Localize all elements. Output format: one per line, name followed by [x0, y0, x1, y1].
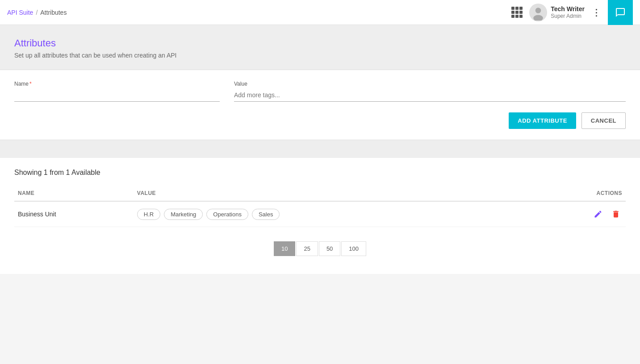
tag: H.R [137, 209, 160, 220]
col-header-actions: ACTIONS [527, 186, 626, 201]
chat-icon [615, 7, 626, 18]
user-info: Tech Writer Super Admin [551, 5, 585, 20]
pagination: 102550100 [14, 241, 626, 256]
edit-icon [594, 210, 602, 219]
page-title: Attributes [14, 37, 626, 49]
page-size-button-50[interactable]: 50 [319, 241, 340, 256]
svg-point-1 [535, 8, 541, 13]
table-header: NAME VALUE ACTIONS [14, 186, 626, 201]
edit-button[interactable] [592, 208, 604, 220]
delete-button[interactable] [610, 208, 622, 220]
cell-value: H.RMarketingOperationsSales [134, 201, 527, 227]
col-header-value: VALUE [134, 186, 527, 201]
attributes-table: NAME VALUE ACTIONS Business UnitH.RMarke… [14, 186, 626, 227]
user-role: Super Admin [551, 13, 585, 20]
apps-menu-button[interactable] [508, 4, 526, 21]
page-size-button-10[interactable]: 10 [274, 241, 295, 256]
cancel-button[interactable]: CANCEL [581, 112, 626, 129]
cell-actions [527, 201, 626, 227]
value-label: Value [234, 81, 626, 87]
apps-grid-icon [511, 7, 523, 18]
top-navigation: API Suite / Attributes Tech Writer Super… [0, 0, 640, 25]
name-label: Name* [14, 81, 220, 87]
showing-count: Showing 1 from 1 Available [14, 169, 626, 177]
more-options-button[interactable]: ⋮ [588, 4, 604, 21]
attributes-table-section: Showing 1 from 1 Available NAME VALUE AC… [0, 158, 640, 274]
breadcrumb-current: Attributes [40, 9, 67, 16]
page-header: Attributes Set up all attributes that ca… [0, 25, 640, 70]
chat-button[interactable] [608, 0, 633, 25]
tag: Operations [206, 209, 248, 220]
table-body: Business UnitH.RMarketingOperationsSales [14, 201, 626, 227]
tag: Sales [252, 209, 280, 220]
section-divider [0, 140, 640, 158]
name-input[interactable] [14, 89, 220, 102]
page-subtitle: Set up all attributes that can be used w… [14, 52, 626, 59]
tags-container: H.RMarketingOperationsSales [137, 209, 524, 220]
name-field-group: Name* [14, 81, 220, 102]
add-attribute-form: Name* Value ADD ATTRIBUTE CANCEL [0, 70, 640, 140]
breadcrumb-separator: / [36, 9, 38, 16]
breadcrumb-parent-link[interactable]: API Suite [7, 9, 33, 16]
page-size-button-100[interactable]: 100 [341, 241, 366, 256]
col-header-name: NAME [14, 186, 134, 201]
form-row: Name* Value [14, 81, 626, 102]
page-size-button-25[interactable]: 25 [296, 241, 318, 256]
required-indicator: * [29, 81, 32, 87]
table-row: Business UnitH.RMarketingOperationsSales [14, 201, 626, 227]
delete-icon [611, 210, 620, 219]
form-actions: ADD ATTRIBUTE CANCEL [14, 112, 626, 129]
user-name: Tech Writer [551, 5, 585, 13]
breadcrumb: API Suite / Attributes [7, 9, 67, 16]
add-attribute-button[interactable]: ADD ATTRIBUTE [509, 112, 576, 129]
avatar [529, 4, 547, 21]
cell-name: Business Unit [14, 201, 134, 227]
value-field-group: Value [234, 81, 626, 102]
value-tags-input[interactable] [234, 89, 626, 102]
tag: Marketing [164, 209, 203, 220]
topnav-actions: Tech Writer Super Admin ⋮ [508, 0, 633, 25]
